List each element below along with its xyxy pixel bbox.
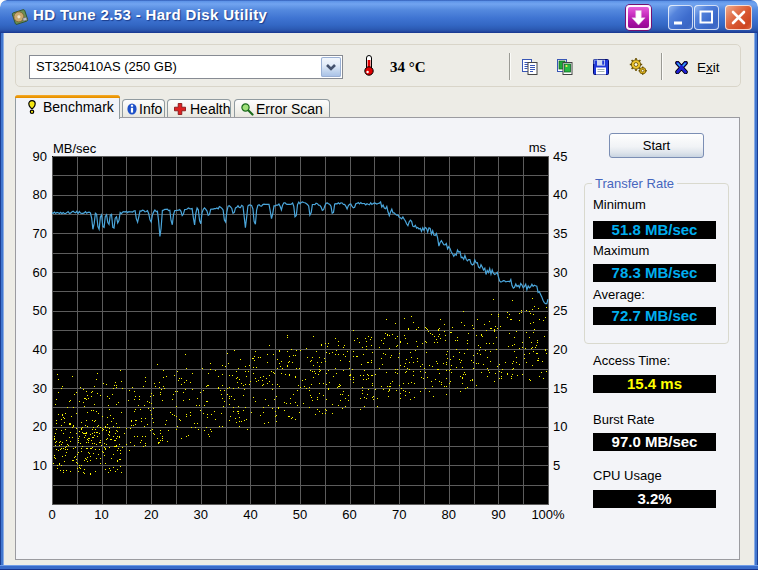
- svg-text:10: 10: [553, 419, 567, 434]
- svg-text:40: 40: [553, 187, 567, 202]
- svg-text:80: 80: [33, 187, 47, 202]
- svg-text:30: 30: [33, 381, 47, 396]
- svg-text:60: 60: [342, 507, 356, 522]
- svg-text:50: 50: [33, 303, 47, 318]
- svg-text:60: 60: [33, 265, 47, 280]
- svg-text:15: 15: [553, 381, 567, 396]
- svg-text:10: 10: [94, 507, 108, 522]
- svg-text:70: 70: [33, 226, 47, 241]
- svg-text:80: 80: [442, 507, 456, 522]
- svg-text:100%: 100%: [531, 507, 565, 522]
- svg-text:45: 45: [553, 149, 567, 164]
- svg-text:25: 25: [553, 303, 567, 318]
- svg-text:50: 50: [293, 507, 307, 522]
- svg-text:30: 30: [553, 265, 567, 280]
- svg-text:20: 20: [33, 419, 47, 434]
- svg-text:70: 70: [392, 507, 406, 522]
- svg-text:40: 40: [243, 507, 257, 522]
- svg-text:MB/sec: MB/sec: [53, 141, 97, 156]
- svg-text:10: 10: [33, 458, 47, 473]
- svg-text:35: 35: [553, 226, 567, 241]
- svg-text:40: 40: [33, 342, 47, 357]
- svg-text:ms: ms: [529, 140, 547, 155]
- svg-text:30: 30: [194, 507, 208, 522]
- svg-text:5: 5: [553, 458, 560, 473]
- svg-text:20: 20: [553, 342, 567, 357]
- svg-text:0: 0: [48, 507, 55, 522]
- svg-text:20: 20: [144, 507, 158, 522]
- svg-text:90: 90: [33, 149, 47, 164]
- svg-text:90: 90: [491, 507, 505, 522]
